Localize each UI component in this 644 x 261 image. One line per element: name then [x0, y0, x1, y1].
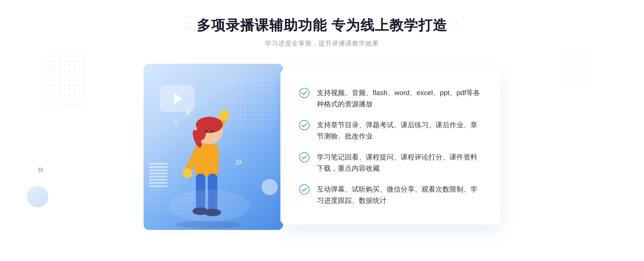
- person-illustration: »: [160, 85, 262, 230]
- feature-text-2: 支持章节目录、弹题考试、课后练习、课后作业、章节测验、批改作业: [317, 120, 482, 142]
- page-container: » ⁚⁚ 多项录播课辅助功能 专为线上教学打造 ⁚⁚ 学习进度全掌握，提升录播课…: [0, 0, 644, 261]
- svg-line-20: [185, 114, 187, 115]
- feature-text-1: 支持视频、音频、flash、word、excel、ppt、pdf等各种格式的资源…: [317, 87, 482, 110]
- title-row: ⁚⁚ 多项录播课辅助功能 专为线上教学打造 ⁚⁚: [185, 16, 459, 35]
- check-icon-4: [299, 184, 309, 195]
- features-card: 支持视频、音频、flash、word、excel、ppt、pdf等各种格式的资源…: [280, 69, 500, 225]
- left-chevrons-icon: »: [38, 163, 43, 175]
- feature-text-4: 互动弹幕、试听购买、微信分享、观看次数限制、学习进度跟踪、数据统计: [317, 184, 482, 206]
- svg-point-2: [219, 110, 229, 121]
- check-icon-2: [299, 120, 309, 130]
- check-icon-3: [299, 152, 309, 162]
- svg-point-14: [205, 130, 207, 132]
- check-icon-1: [299, 88, 309, 98]
- content-area: » 支持视频、音频、flash、word、excel、ppt、pdf等各种格式的…: [134, 64, 510, 230]
- page-subtitle: 学习进度全掌握，提升录播课教学效果: [265, 39, 379, 48]
- feature-item-4: 互动弹幕、试听购买、微信分享、观看次数限制、学习进度跟踪、数据统计: [299, 184, 482, 206]
- svg-point-29: [299, 185, 309, 194]
- svg-line-21: [189, 114, 191, 115]
- svg-point-15: [211, 130, 213, 132]
- dots-right-icon: ⁚⁚: [453, 22, 459, 29]
- illustration-card: »: [144, 64, 283, 230]
- feature-item-2: 支持章节目录、弹题考试、课后练习、课后作业、章节测验、批改作业: [299, 120, 482, 142]
- svg-line-19: [189, 107, 191, 109]
- svg-point-25: [169, 190, 250, 222]
- svg-point-27: [299, 120, 309, 130]
- feature-item-1: 支持视频、音频、flash、word、excel、ppt、pdf等各种格式的资源…: [299, 87, 482, 110]
- svg-line-18: [185, 107, 187, 109]
- svg-point-26: [299, 88, 309, 98]
- bg-circle-left: [27, 186, 48, 207]
- bg-dots-right: [558, 48, 590, 86]
- dots-left-icon: ⁚⁚: [185, 22, 191, 29]
- page-title: 多项录播课辅助功能 专为线上教学打造: [197, 16, 447, 35]
- header-section: ⁚⁚ 多项录播课辅助功能 专为线上教学打造 ⁚⁚ 学习进度全掌握，提升录播课教学…: [185, 16, 459, 48]
- svg-point-5: [182, 168, 192, 178]
- svg-text:»: »: [235, 154, 242, 169]
- shape-circle: [262, 179, 278, 195]
- feature-text-3: 学习笔记回看、课程提问、课程评论打分、课件资料下载，重点内容收藏: [317, 152, 482, 174]
- svg-point-28: [299, 152, 309, 162]
- feature-item-3: 学习笔记回看、课程提问、课程评论打分、课件资料下载，重点内容收藏: [299, 152, 482, 174]
- bg-dots-left: [43, 54, 86, 107]
